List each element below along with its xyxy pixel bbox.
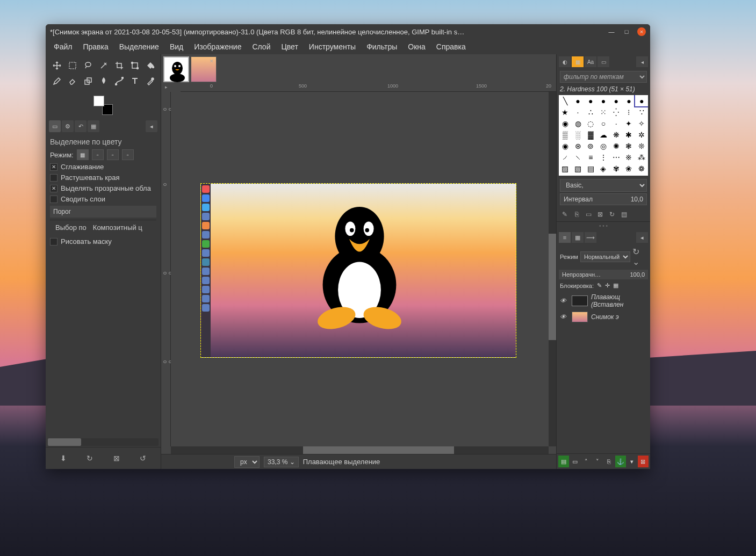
lasso-tool[interactable] <box>81 59 95 73</box>
layers-menu-icon[interactable]: ◂ <box>636 232 648 243</box>
menu-edit[interactable]: Правка <box>78 41 113 53</box>
image-tab[interactable]: ▦ <box>88 120 99 132</box>
edit-brush-icon[interactable]: ✎ <box>560 210 570 219</box>
image-tab-2[interactable]: ✕ <box>191 56 217 82</box>
threshold-slider[interactable]: Порог <box>50 206 156 218</box>
minimize-button[interactable]: — <box>607 27 616 36</box>
clone-tool[interactable] <box>81 74 95 88</box>
lock-alpha-icon[interactable]: ▦ <box>613 282 618 289</box>
image-tab-1[interactable] <box>163 56 189 82</box>
dup-brush-icon[interactable]: ▭ <box>584 210 593 219</box>
open-brush-icon[interactable]: ▤ <box>619 210 629 219</box>
right-dock-menu-icon[interactable]: ◂ <box>636 56 648 67</box>
raise-layer-button[interactable]: ˄ <box>581 456 592 467</box>
interval-field[interactable]: Интервал10,0 <box>560 193 647 205</box>
transform-tool[interactable] <box>128 59 142 73</box>
visibility-icon[interactable]: 👁 <box>560 297 568 305</box>
save-options-button[interactable]: ⬇ <box>57 452 70 465</box>
mode-replace-button[interactable]: ▦ <box>77 149 89 160</box>
zoom-input[interactable]: 33,3 % ⌄ <box>264 457 299 467</box>
crop-tool[interactable] <box>112 59 126 73</box>
restore-options-button[interactable]: ↻ <box>83 452 96 465</box>
vertical-ruler[interactable]: 500 0 500 1000 <box>161 92 171 446</box>
menu-layer[interactable]: Слой <box>247 41 275 53</box>
layer-item-floating[interactable]: 👁 Плавающ(Вставлен <box>559 292 648 310</box>
brush-preset-select[interactable]: Basic, <box>560 179 647 192</box>
canvas-h-scrollbar[interactable] <box>171 446 549 454</box>
lock-move-icon[interactable]: ✛ <box>605 282 610 289</box>
mode-reset-icon[interactable]: ↻ ⌄ <box>632 247 647 267</box>
mode-add-button[interactable]: ▫ <box>92 149 104 160</box>
refresh-brush-icon[interactable]: ↻ <box>607 210 617 219</box>
history-tab[interactable]: ▭ <box>597 56 609 67</box>
brush-grid[interactable]: ╲●●●●●● ★·∴⁙⁛⁝∵ ◉◍◌○·✦✧ ▒░▓☁❋✱✲ ◉⊛⊚◎✺❃❊ … <box>559 95 648 176</box>
menu-select[interactable]: Выделение <box>114 41 164 53</box>
menu-view[interactable]: Вид <box>165 41 188 53</box>
layer-mode-select[interactable]: Нормальный <box>580 251 630 262</box>
tool-options-tab[interactable]: ▭ <box>49 120 61 132</box>
anchor-layer-button[interactable]: ⚓ <box>615 456 626 467</box>
channels-tab[interactable]: ▦ <box>572 232 584 243</box>
eraser-tool[interactable] <box>66 74 80 88</box>
close-tab-icon[interactable]: ✕ <box>208 58 215 64</box>
dup-layer-button[interactable]: ⎘ <box>604 456 615 467</box>
delete-brush-icon[interactable]: ⊠ <box>595 210 605 219</box>
move-tool[interactable] <box>50 59 64 73</box>
canvas[interactable] <box>171 92 549 446</box>
horizontal-ruler[interactable]: 0 500 1000 1500 20 <box>181 82 556 92</box>
pencil-tool[interactable] <box>50 74 64 88</box>
mode-subtract-button[interactable]: ▫ <box>107 149 119 160</box>
undo-tab[interactable]: ↶ <box>75 120 87 132</box>
paths-tab[interactable]: ⟿ <box>585 232 596 243</box>
device-tab[interactable]: ⚙ <box>62 120 74 132</box>
opacity-slider[interactable]: Непрозрачн… 100,0 <box>559 270 648 279</box>
picker-tool[interactable] <box>143 74 157 88</box>
lower-layer-button[interactable]: ˅ <box>592 456 603 467</box>
menu-filters[interactable]: Фильтры <box>362 41 402 53</box>
merge-layer-button[interactable]: ▾ <box>627 456 637 467</box>
new-brush-icon[interactable]: ⎘ <box>572 210 581 219</box>
layer-group-button[interactable]: ▭ <box>570 456 580 467</box>
delete-layer-button[interactable]: ⊠ <box>638 456 649 467</box>
menu-help[interactable]: Справка <box>431 41 471 53</box>
menu-tools[interactable]: Инструменты <box>304 41 361 53</box>
brushes-tab[interactable]: ◐ <box>559 56 571 67</box>
layer-item-screenshot[interactable]: 👁 Снимок э <box>559 310 648 324</box>
delete-options-button[interactable]: ⊠ <box>110 452 123 465</box>
color-swatch[interactable] <box>93 96 113 115</box>
drawmask-checkbox[interactable] <box>50 238 57 245</box>
smudge-tool[interactable] <box>97 74 111 88</box>
text-tool[interactable] <box>128 74 142 88</box>
feather-checkbox[interactable] <box>50 174 57 182</box>
path-tool[interactable] <box>112 74 126 88</box>
visibility-icon[interactable]: 👁 <box>560 313 568 321</box>
unit-select[interactable]: px <box>234 456 260 468</box>
image-content[interactable] <box>200 183 516 358</box>
foreground-color[interactable] <box>93 96 104 106</box>
left-scrollbar[interactable] <box>48 438 159 446</box>
fonts-tab[interactable]: Aa <box>585 56 596 67</box>
close-button[interactable]: × <box>637 27 646 36</box>
tag-filter-input[interactable]: фильтр по меткам <box>560 71 647 83</box>
lock-paint-icon[interactable]: ✎ <box>597 282 602 289</box>
dock-menu-icon[interactable]: ◂ <box>146 120 157 132</box>
transparent-checkbox[interactable] <box>50 185 57 192</box>
layers-tab[interactable]: ≡ <box>559 232 571 243</box>
select-by-dropdown[interactable]: Выбор по <box>53 222 89 233</box>
reset-options-button[interactable]: ↺ <box>136 452 149 465</box>
ruler-corner[interactable]: ▸ <box>161 82 171 92</box>
rect-select-tool[interactable] <box>66 59 80 73</box>
mode-intersect-button[interactable]: ▫ <box>122 149 134 160</box>
canvas-v-scrollbar[interactable] <box>549 92 556 446</box>
antialias-checkbox[interactable] <box>50 163 57 171</box>
maximize-button[interactable]: □ <box>622 27 631 36</box>
flatten-checkbox[interactable] <box>50 196 57 203</box>
composite-dropdown[interactable]: Композитный ц <box>91 222 145 233</box>
bucket-tool[interactable] <box>143 59 157 73</box>
menu-windows[interactable]: Окна <box>403 41 430 53</box>
menu-image[interactable]: Изображение <box>189 41 246 53</box>
dock-separator[interactable]: • • • <box>557 222 650 230</box>
menu-file[interactable]: Файл <box>49 41 77 53</box>
menu-color[interactable]: Цвет <box>276 41 303 53</box>
new-layer-button[interactable]: ▤ <box>558 456 569 467</box>
